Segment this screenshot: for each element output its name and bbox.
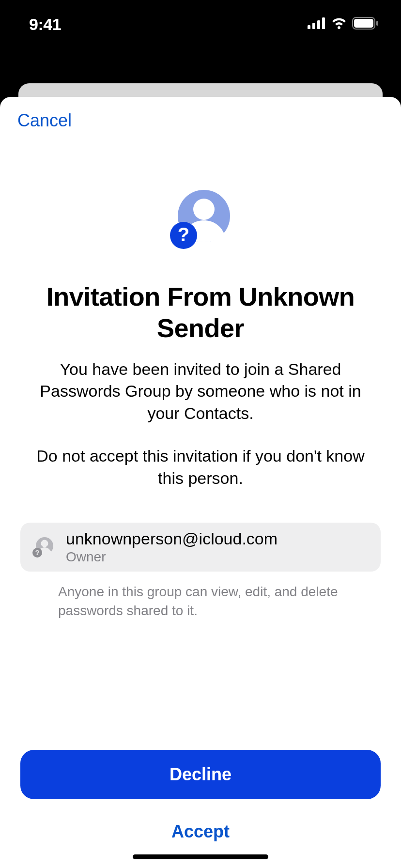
invitation-warning: Do not accept this invitation if you don… — [0, 445, 401, 490]
invitation-modal: Cancel ? Invitation From Unknown Sender … — [0, 97, 401, 868]
unknown-person-icon: ? — [169, 189, 232, 252]
home-indicator[interactable] — [133, 854, 268, 859]
svg-rect-0 — [308, 25, 310, 29]
sheet-navigation: Cancel — [0, 97, 401, 131]
device-frame: 9:41 — [0, 0, 401, 868]
svg-rect-6 — [376, 21, 378, 26]
wifi-icon — [331, 17, 347, 31]
page-title: Invitation From Unknown Sender — [0, 281, 401, 344]
action-buttons: Decline Accept — [0, 750, 401, 868]
unknown-avatar-icon: ? — [32, 536, 54, 558]
svg-rect-2 — [317, 20, 320, 29]
battery-icon — [352, 17, 379, 31]
group-permissions-note: Anyone in this group can view, edit, and… — [20, 582, 381, 620]
cellular-icon — [308, 17, 326, 31]
status-time: 9:41 — [29, 15, 61, 34]
sender-card: ? unknownperson@icloud.com Owner — [20, 523, 381, 572]
svg-rect-1 — [312, 23, 315, 29]
sender-role: Owner — [66, 549, 278, 565]
svg-text:?: ? — [178, 224, 189, 245]
decline-button[interactable]: Decline — [20, 750, 381, 799]
sender-section: ? unknownperson@icloud.com Owner Anyone … — [0, 523, 401, 620]
svg-point-8 — [193, 199, 215, 220]
spacer — [0, 620, 401, 750]
status-indicators — [308, 17, 379, 31]
svg-rect-5 — [354, 19, 373, 28]
sender-info: unknownperson@icloud.com Owner — [66, 529, 278, 565]
svg-rect-3 — [322, 17, 325, 29]
accept-button[interactable]: Accept — [20, 810, 381, 853]
hero-section: ? Invitation From Unknown Sender You hav… — [0, 189, 401, 490]
status-bar: 9:41 — [0, 0, 401, 48]
svg-text:?: ? — [35, 549, 40, 557]
invitation-description: You have been invited to join a Shared P… — [0, 358, 401, 425]
sender-email: unknownperson@icloud.com — [66, 529, 278, 548]
cancel-button[interactable]: Cancel — [17, 110, 72, 130]
svg-point-12 — [41, 540, 48, 547]
